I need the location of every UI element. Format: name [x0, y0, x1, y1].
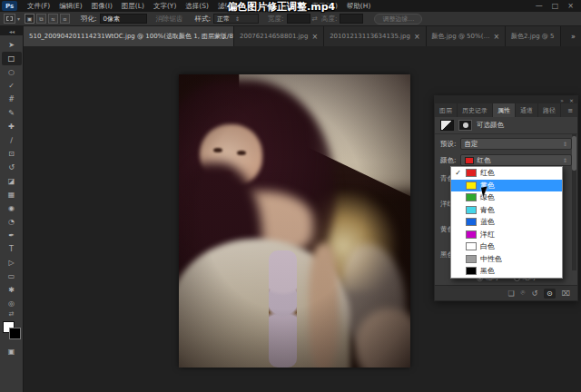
document-tab-label: 20076214658801.jpg [240, 33, 308, 40]
document-tab-bar: 510_200904201114231WtOC.jpg @ 100%(选取颜色 … [24, 26, 581, 46]
dropdown-item-magenta[interactable]: 洋红 [451, 229, 562, 241]
hand-tool[interactable]: ✱ [2, 283, 22, 297]
selection-new-icon[interactable]: ▣ [25, 14, 34, 24]
menu-file[interactable]: 文件(F) [23, 2, 54, 11]
close-button[interactable]: × [567, 2, 574, 10]
tab-overflow-icon[interactable]: » [566, 26, 581, 46]
dropdown-item-red[interactable]: ✓ 红色 [451, 167, 562, 180]
dropdown-item-green[interactable]: 绿色 [451, 191, 562, 204]
selection-add-icon[interactable]: ⧉ [36, 14, 46, 24]
menu-layer[interactable]: 图层(L) [117, 2, 149, 11]
quick-mask-icon[interactable]: ▣ [2, 345, 22, 358]
tab-properties[interactable]: 属性 [493, 103, 516, 117]
link-dimensions-icon[interactable]: ⇄ [312, 15, 318, 23]
dropdown-item-label: 红色 [480, 168, 495, 178]
clip-to-layer-icon[interactable]: ❏ [507, 289, 514, 298]
rect-marquee-tool[interactable]: □ [2, 52, 22, 65]
dropdown-item-blue[interactable]: 蓝色 [451, 216, 562, 229]
collapse-panels-icon[interactable]: » [560, 97, 564, 103]
delete-adjustment-icon[interactable]: ⌧ [562, 289, 570, 298]
document-tab[interactable]: 颜色.jpg @ 50%(… × [427, 26, 507, 46]
tab-history[interactable]: 历史记录 [458, 103, 493, 117]
clone-stamp-tool[interactable]: ⊡ [2, 147, 22, 161]
pen-tool[interactable]: ✒ [2, 229, 22, 242]
panel-footer: ❏ ⌾ ↺ ⊙ ⌧ [435, 285, 577, 300]
crop-tool[interactable]: # [2, 93, 22, 106]
shape-tool[interactable]: ▭ [2, 270, 22, 283]
style-value: 正常 [217, 15, 230, 24]
dropdown-item-cyan[interactable]: 青色 [451, 204, 562, 217]
blur-tool[interactable]: ◉ [2, 201, 22, 215]
preset-value: 自定 [465, 140, 478, 149]
height-label: 高度: [321, 15, 338, 24]
type-tool[interactable]: T [2, 242, 22, 256]
color-select[interactable]: 红色 ⇕ [460, 154, 572, 166]
cyan-swatch [466, 206, 477, 214]
window-controls: — □ × [536, 2, 581, 10]
menu-image[interactable]: 图像(I) [87, 2, 117, 11]
document-tab[interactable]: 颜色2.jpg @ 5 [506, 26, 560, 46]
dropdown-item-neutrals[interactable]: 中性色 [451, 253, 562, 266]
scrollbar-thumb[interactable] [572, 136, 576, 171]
lasso-tool[interactable]: ○ [2, 65, 22, 79]
canvas-photo[interactable] [179, 74, 410, 368]
style-updown-icon: ⇕ [235, 15, 240, 22]
dropdown-item-yellow[interactable]: 黄色 [451, 180, 562, 192]
yellow-swatch [466, 181, 477, 190]
marquee-tool-icon[interactable] [4, 14, 15, 24]
zoom-tool[interactable]: ◎ [2, 297, 22, 310]
eyedropper-tool[interactable]: ✎ [2, 106, 22, 120]
move-tool[interactable]: ➤ [2, 38, 22, 52]
menu-edit[interactable]: 编辑(E) [54, 2, 87, 11]
history-brush-tool[interactable]: ↺ [2, 161, 22, 174]
tab-channels[interactable]: 通道 [516, 103, 538, 117]
healing-brush-tool[interactable]: ✚ [2, 120, 22, 133]
tool-preset-caret-icon[interactable]: ▾ [17, 15, 20, 22]
menu-select[interactable]: 选择(S) [181, 2, 213, 11]
dropdown-item-black[interactable]: 黑色 [451, 265, 562, 278]
toolbar-collapse-icon[interactable]: ◂◂ [0, 26, 24, 35]
menu-help[interactable]: 帮助(H) [342, 2, 376, 11]
refine-edge-button[interactable]: 调整边缘… [374, 14, 422, 24]
view-previous-state-icon[interactable]: ⌾ [521, 289, 526, 298]
selection-subtract-icon[interactable]: ⧅ [48, 14, 58, 24]
tab-layers[interactable]: 图层 [435, 103, 458, 117]
path-select-tool[interactable]: ▷ [2, 256, 22, 270]
panel-scrollbar[interactable] [572, 134, 576, 270]
visibility-eye-icon[interactable]: ⊙ [544, 289, 556, 299]
tab-paths[interactable]: 路径 [538, 103, 561, 117]
preset-select[interactable]: 自定 ⇕ [460, 138, 572, 150]
panel-menu-icon[interactable]: ≡ [563, 103, 577, 117]
dodge-tool[interactable]: ◔ [2, 215, 22, 229]
tab-close-icon[interactable]: × [311, 33, 318, 41]
document-tab[interactable]: 20076214658801.jpg × [234, 26, 324, 46]
gradient-tool[interactable]: ▦ [2, 188, 22, 201]
dropdown-item-white[interactable]: 白色 [451, 240, 562, 253]
maximize-button[interactable]: □ [552, 2, 559, 10]
style-select[interactable]: 正常 ⇕ [213, 14, 259, 24]
feather-input[interactable]: 0像素 [100, 14, 147, 24]
tab-close-icon[interactable]: × [414, 33, 420, 41]
layer-mask-icon[interactable] [458, 120, 472, 131]
swap-colors-icon[interactable]: ⇄ [9, 310, 15, 319]
selection-intersect-icon[interactable]: ⧈ [60, 14, 70, 24]
background-color-swatch[interactable] [9, 328, 21, 339]
panel-minibar: » × [435, 96, 577, 103]
width-input[interactable] [287, 14, 310, 24]
height-input[interactable] [340, 14, 363, 24]
minimize-button[interactable]: — [536, 2, 543, 10]
dropdown-item-label: 洋红 [480, 230, 495, 240]
color-value: 红色 [478, 156, 491, 165]
quick-select-tool[interactable]: ✓ [2, 79, 22, 93]
document-tab[interactable]: 20101213113634135.jpg × [324, 26, 426, 46]
menu-type[interactable]: 文字(Y) [149, 2, 181, 11]
brush-tool[interactable]: ∕ [2, 133, 22, 147]
dropdown-item-label: 蓝色 [480, 217, 495, 227]
selective-color-icon [440, 120, 454, 131]
reset-adjustment-icon[interactable]: ↺ [531, 289, 537, 298]
toolbox: ➤ □ ○ ✓ # ✎ ✚ ∕ ⊡ ↺ ◪ ▦ ◉ ◔ ✒ T ▷ ▭ ✱ ◎ … [0, 35, 24, 392]
document-tab[interactable]: 510_200904201114231WtOC.jpg @ 100%(选取颜色 … [24, 26, 234, 46]
panel-close-icon[interactable]: × [569, 97, 574, 103]
eraser-tool[interactable]: ◪ [2, 174, 22, 188]
tab-close-icon[interactable]: × [493, 33, 499, 41]
